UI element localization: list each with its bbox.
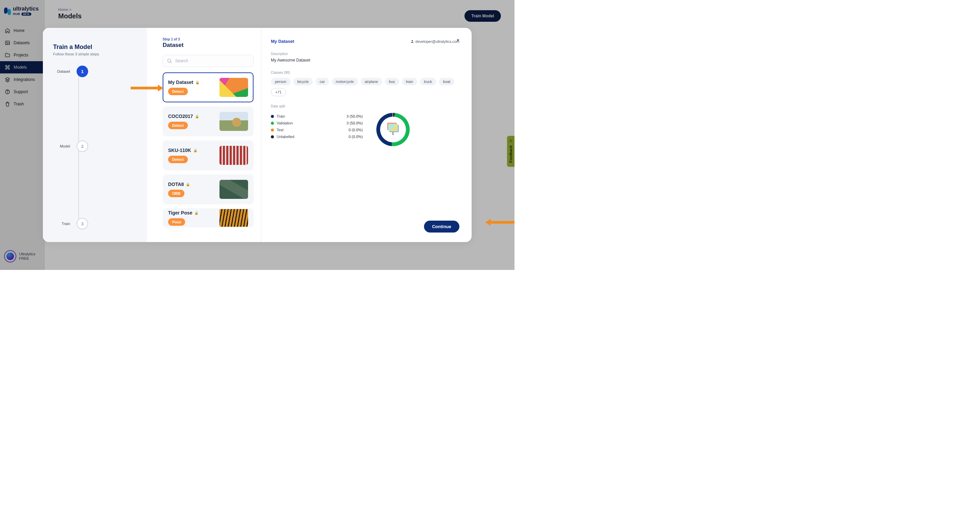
user-icon xyxy=(410,40,414,43)
stepper: Dataset 1 Model 2 Train 3 xyxy=(53,66,137,225)
dataset-name: COCO2017 xyxy=(168,114,193,119)
class-chip: car xyxy=(315,78,329,85)
dataset-card-tigerpose[interactable]: Tiger Pose🔒 Pose xyxy=(163,208,253,227)
dataset-card-sku110k[interactable]: SKU-110K🔒 Detect xyxy=(163,140,253,170)
dataset-name: Tiger Pose xyxy=(168,210,192,216)
split-row-validation: Validation 3 (50.0%) xyxy=(271,120,363,127)
split-name: Train xyxy=(277,114,347,118)
lock-icon: 🔒 xyxy=(194,211,198,215)
user-name: Ultralytics xyxy=(19,252,35,256)
detail-dataset-name: My Dataset xyxy=(271,39,294,44)
close-icon xyxy=(456,38,460,43)
dataset-tag: Detect xyxy=(168,156,188,163)
dot-icon xyxy=(271,128,274,132)
folder-icon xyxy=(5,52,10,58)
class-chip: train xyxy=(402,78,417,85)
dataset-name: DOTA8 xyxy=(168,181,184,187)
step-model-dot: 2 xyxy=(76,140,88,152)
nav-home[interactable]: Home xyxy=(0,24,44,37)
trash-icon xyxy=(5,101,10,107)
nav: Home Datasets Projects Models Integratio… xyxy=(0,24,44,110)
dataset-card-coco2017[interactable]: COCO2017🔒 Detect xyxy=(163,106,253,136)
nav-support[interactable]: Support xyxy=(0,86,44,98)
dataset-thumbnail xyxy=(220,146,248,165)
nav-models-label: Models xyxy=(14,65,27,70)
class-chip: truck xyxy=(420,78,436,85)
dot-icon xyxy=(271,122,274,125)
class-chip: motorcycle xyxy=(332,78,358,85)
detail-owner-email: developer@ultralytics.com xyxy=(410,40,460,43)
class-chip-more[interactable]: +71 xyxy=(271,88,286,96)
annotation-arrow-continue xyxy=(485,221,514,224)
class-chip: airplane xyxy=(361,78,382,85)
nav-datasets[interactable]: Datasets xyxy=(0,37,44,49)
home-icon xyxy=(5,28,10,33)
nav-trash[interactable]: Trash xyxy=(0,98,44,110)
user-footer[interactable]: Ultralytics FREE xyxy=(0,247,44,266)
nav-trash-label: Trash xyxy=(14,102,24,106)
step-model[interactable]: Model 2 xyxy=(53,140,88,152)
sidebar: ultralytics HUB BETA Home Datasets Proje… xyxy=(0,0,45,270)
nav-projects-label: Projects xyxy=(14,53,28,57)
logo-brand-text: ultralytics xyxy=(13,6,39,11)
breadcrumb[interactable]: Home > xyxy=(58,8,501,11)
class-chip: bus xyxy=(385,78,399,85)
nav-integrations[interactable]: Integrations xyxy=(0,73,44,86)
nav-projects[interactable]: Projects xyxy=(0,49,44,61)
breadcrumb-sep: > xyxy=(69,8,71,11)
logo-beta-badge: BETA xyxy=(21,13,31,16)
dot-icon xyxy=(271,135,274,138)
step-dataset-label: Dataset xyxy=(53,69,70,73)
class-chip: bicycle xyxy=(293,78,313,85)
search-icon xyxy=(167,58,172,63)
modal-stepper-panel: Train a Model Follow these 3 simple step… xyxy=(43,28,147,242)
split-value: 3 (50.0%) xyxy=(347,114,363,118)
train-modal: Train a Model Follow these 3 simple step… xyxy=(43,28,472,242)
train-model-button[interactable]: Train Model xyxy=(465,10,501,22)
dataset-name: My Dataset xyxy=(168,79,193,85)
step-train-label: Train xyxy=(53,222,70,226)
classes-label: Classes (80) xyxy=(271,71,460,75)
step-model-label: Model xyxy=(53,144,70,148)
nav-models[interactable]: Models xyxy=(0,61,44,73)
class-chip: person xyxy=(271,78,291,85)
description-label: Description xyxy=(271,52,460,56)
svg-point-3 xyxy=(8,93,8,93)
nav-datasets-label: Datasets xyxy=(14,40,30,45)
images-icon xyxy=(388,124,398,131)
dataset-tag: Detect xyxy=(168,122,188,129)
search-input[interactable] xyxy=(163,55,253,67)
lock-icon: 🔒 xyxy=(186,182,190,186)
dataset-card-my-dataset[interactable]: My Dataset🔒 Detect xyxy=(163,72,253,102)
annotation-arrow-select-dataset xyxy=(130,86,163,90)
lock-icon: 🔒 xyxy=(193,149,197,152)
close-modal-button[interactable] xyxy=(454,36,462,44)
feedback-tab[interactable]: Feedback xyxy=(507,136,514,167)
class-chip: boat xyxy=(439,78,454,85)
dataset-detail-panel: My Dataset developer@ultralytics.com Des… xyxy=(261,28,472,242)
split-table: Train 3 (50.0%) Validation 3 (50.0%) Tes… xyxy=(271,113,363,146)
user-plan: FREE xyxy=(19,256,35,261)
split-label: Data split xyxy=(271,105,460,108)
dataset-list-panel: Step 1 of 3 Dataset My Dataset🔒 Detect C… xyxy=(147,28,261,242)
help-icon xyxy=(5,89,10,95)
svg-point-4 xyxy=(168,59,171,62)
dataset-thumbnail xyxy=(220,180,248,199)
dataset-tag: OBB xyxy=(168,190,185,197)
svg-point-5 xyxy=(411,40,413,41)
dataset-tag: Pose xyxy=(168,218,185,226)
step-train[interactable]: Train 3 xyxy=(53,218,88,230)
dataset-card-dota8[interactable]: DOTA8🔒 OBB xyxy=(163,175,253,204)
step-indicator: Step 1 of 3 xyxy=(163,37,253,41)
breadcrumb-home[interactable]: Home xyxy=(58,8,68,11)
modal-subtitle: Follow these 3 simple steps xyxy=(53,52,137,56)
class-chips: person bicycle car motorcycle airplane b… xyxy=(271,78,460,96)
image-icon xyxy=(5,40,10,46)
continue-button[interactable]: Continue xyxy=(424,221,460,233)
nav-integrations-label: Integrations xyxy=(14,77,35,82)
logo-mark-icon xyxy=(4,7,11,15)
svg-point-1 xyxy=(6,42,7,43)
dataset-thumbnail xyxy=(220,112,248,131)
step-dataset[interactable]: Dataset 1 xyxy=(53,66,88,77)
logo-hub-text: HUB xyxy=(13,12,20,16)
